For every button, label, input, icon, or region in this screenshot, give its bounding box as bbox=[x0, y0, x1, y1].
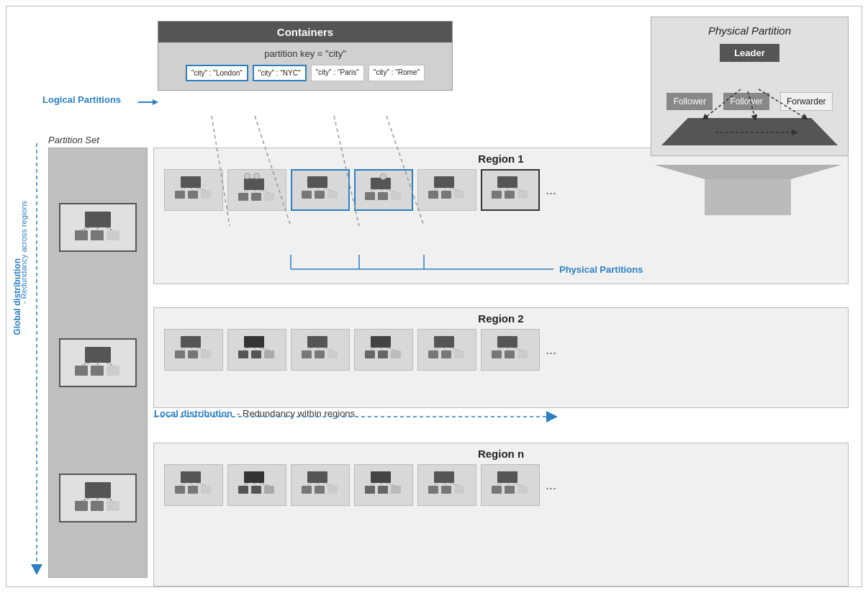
partition-set-column bbox=[48, 148, 148, 578]
svg-line-83 bbox=[513, 188, 523, 191]
svg-marker-16 bbox=[31, 564, 42, 575]
svg-line-96 bbox=[254, 348, 256, 350]
redundancy-across-regions-label: - Redundancy across regions bbox=[19, 201, 28, 304]
svg-rect-122 bbox=[517, 350, 528, 358]
containers-box: Containers partition key = "city" "city"… bbox=[158, 21, 453, 91]
svg-rect-49 bbox=[244, 178, 264, 190]
svg-rect-45 bbox=[201, 191, 211, 199]
svg-line-34 bbox=[107, 363, 113, 366]
r2-node-2 bbox=[227, 329, 286, 371]
svg-rect-93 bbox=[251, 350, 261, 358]
r1-node-2 bbox=[227, 169, 286, 211]
physical-partition-box: Physical Partition Leader Follower Follo… bbox=[651, 17, 849, 156]
svg-line-54 bbox=[254, 190, 256, 193]
svg-rect-127 bbox=[175, 486, 185, 494]
svg-line-68 bbox=[381, 189, 383, 192]
svg-line-160 bbox=[450, 483, 459, 486]
svg-line-138 bbox=[254, 483, 256, 486]
svg-rect-120 bbox=[492, 350, 502, 358]
svg-line-95 bbox=[243, 348, 248, 350]
svg-line-61 bbox=[317, 188, 320, 191]
rn-node-5 bbox=[417, 464, 476, 506]
svg-line-26 bbox=[97, 227, 98, 230]
svg-line-145 bbox=[317, 483, 320, 486]
svg-rect-140 bbox=[307, 471, 327, 483]
svg-rect-36 bbox=[75, 501, 88, 511]
svg-rect-31 bbox=[107, 366, 119, 376]
pset-node-3 bbox=[59, 474, 137, 522]
svg-marker-20 bbox=[153, 99, 158, 105]
r1-node-1 bbox=[164, 169, 223, 211]
rn-node-3 bbox=[291, 464, 350, 506]
rn-node-1 bbox=[164, 464, 223, 506]
r1-node-3 bbox=[291, 169, 350, 211]
svg-rect-154 bbox=[434, 471, 454, 483]
svg-line-90 bbox=[196, 348, 206, 350]
svg-rect-150 bbox=[391, 486, 401, 494]
svg-rect-128 bbox=[188, 486, 198, 494]
svg-line-131 bbox=[191, 483, 193, 486]
svg-line-139 bbox=[260, 483, 269, 486]
svg-rect-91 bbox=[244, 336, 264, 348]
region2-title: Region 2 bbox=[154, 308, 848, 326]
r2-node-4 bbox=[354, 329, 413, 371]
svg-rect-136 bbox=[264, 486, 274, 494]
svg-line-124 bbox=[507, 348, 510, 350]
local-dist-sub: - Redundancy within regions bbox=[237, 408, 355, 419]
svg-rect-98 bbox=[307, 336, 327, 348]
svg-rect-66 bbox=[391, 192, 401, 200]
svg-rect-108 bbox=[391, 350, 401, 358]
svg-rect-50 bbox=[238, 193, 248, 201]
city-paris: "city" : "Paris" bbox=[311, 65, 364, 81]
svg-rect-129 bbox=[201, 486, 211, 494]
svg-rect-56 bbox=[307, 176, 327, 188]
svg-rect-141 bbox=[302, 486, 312, 494]
svg-rect-147 bbox=[371, 471, 391, 483]
svg-rect-161 bbox=[497, 471, 517, 483]
svg-rect-79 bbox=[505, 191, 515, 199]
server-icon-pset3 bbox=[69, 479, 127, 517]
svg-rect-42 bbox=[181, 176, 201, 188]
svg-rect-64 bbox=[365, 192, 375, 200]
svg-rect-65 bbox=[378, 192, 388, 200]
svg-rect-78 bbox=[492, 191, 502, 199]
local-dist-label: Local distribution bbox=[154, 408, 232, 419]
svg-rect-135 bbox=[251, 486, 261, 494]
svg-rect-73 bbox=[454, 191, 464, 199]
svg-line-118 bbox=[450, 348, 459, 350]
svg-rect-143 bbox=[327, 486, 338, 494]
logical-partitions-label: Logical Partitions bbox=[42, 94, 121, 105]
svg-rect-92 bbox=[238, 350, 248, 358]
svg-line-27 bbox=[107, 227, 113, 230]
server-r1n5 bbox=[425, 175, 469, 205]
svg-line-97 bbox=[260, 348, 269, 350]
svg-rect-43 bbox=[175, 191, 185, 199]
svg-rect-162 bbox=[492, 486, 502, 494]
pset-node-1 bbox=[59, 203, 137, 252]
svg-rect-155 bbox=[428, 486, 438, 494]
svg-line-110 bbox=[381, 348, 383, 350]
svg-rect-149 bbox=[378, 486, 388, 494]
svg-line-152 bbox=[381, 483, 383, 486]
svg-rect-87 bbox=[201, 350, 211, 358]
svg-rect-148 bbox=[365, 486, 375, 494]
svg-line-32 bbox=[81, 363, 89, 366]
svg-rect-106 bbox=[365, 350, 375, 358]
svg-line-25 bbox=[81, 227, 89, 230]
svg-rect-85 bbox=[175, 350, 185, 358]
svg-rect-58 bbox=[315, 191, 325, 199]
region2-box: Region 2 ... bbox=[153, 307, 849, 408]
r1-ellipsis: ... bbox=[546, 183, 556, 198]
svg-rect-113 bbox=[428, 350, 438, 358]
svg-line-48 bbox=[196, 188, 206, 191]
svg-rect-156 bbox=[441, 486, 451, 494]
city-london: "city" : "London" bbox=[186, 65, 248, 81]
r1-node-4 bbox=[354, 169, 413, 211]
svg-rect-23 bbox=[91, 230, 104, 240]
svg-rect-24 bbox=[107, 230, 119, 240]
svg-line-117 bbox=[444, 348, 446, 350]
svg-rect-101 bbox=[327, 350, 338, 358]
server-r1n6 bbox=[489, 175, 532, 205]
svg-line-165 bbox=[497, 483, 502, 486]
svg-rect-94 bbox=[264, 350, 274, 358]
